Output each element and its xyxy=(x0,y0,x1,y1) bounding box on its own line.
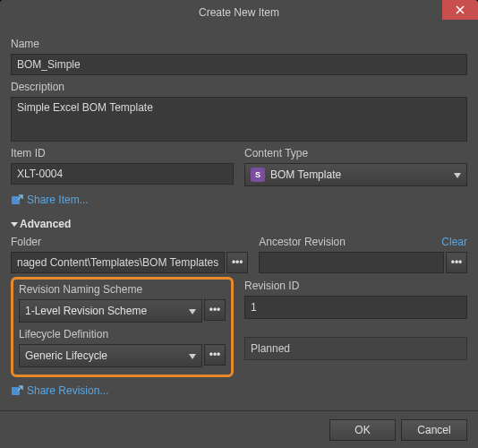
ok-button[interactable]: OK xyxy=(329,419,396,441)
dialog: Create New Item Name Description Simple … xyxy=(0,0,478,448)
item-id-label: Item ID xyxy=(11,147,234,159)
chevron-down-icon xyxy=(189,305,196,317)
dialog-title: Create New Item xyxy=(199,6,279,19)
svg-rect-1 xyxy=(12,387,20,395)
share-item-label: Share Item... xyxy=(27,194,89,206)
button-bar: OK Cancel xyxy=(0,410,478,448)
share-item-link[interactable]: Share Item... xyxy=(11,194,89,206)
chevron-down-icon xyxy=(454,168,461,181)
rev-scheme-browse-button[interactable]: ••• xyxy=(204,299,226,321)
description-input[interactable]: Simple Excel BOM Template xyxy=(11,97,467,142)
content-type-dropdown[interactable]: S BOM Template xyxy=(244,163,467,186)
close-icon xyxy=(456,5,465,14)
svg-rect-0 xyxy=(12,196,20,204)
bom-template-icon: S xyxy=(251,168,265,182)
state-display: Planned xyxy=(244,337,467,360)
name-label: Name xyxy=(11,38,467,50)
rev-scheme-value: 1-Level Revision Scheme xyxy=(25,305,147,317)
folder-label: Folder xyxy=(11,236,248,248)
rev-id-label: Revision ID xyxy=(244,280,467,292)
share-icon xyxy=(11,194,23,206)
lifecycle-browse-button[interactable]: ••• xyxy=(204,344,226,366)
lifecycle-label: Lifecycle Definition xyxy=(19,328,226,340)
ancestor-browse-button[interactable]: ••• xyxy=(446,252,467,273)
cancel-button[interactable]: Cancel xyxy=(401,419,467,441)
highlighted-section: Revision Naming Scheme 1-Level Revision … xyxy=(11,277,234,377)
rev-id-input[interactable] xyxy=(244,296,467,319)
ancestor-input[interactable] xyxy=(259,252,444,273)
name-input[interactable] xyxy=(11,54,467,75)
expand-icon xyxy=(11,220,18,228)
titlebar: Create New Item xyxy=(0,0,478,25)
share-icon xyxy=(11,384,23,397)
item-id-input[interactable] xyxy=(11,163,234,185)
description-label: Description xyxy=(11,81,467,93)
advanced-label: Advanced xyxy=(20,218,71,230)
chevron-down-icon xyxy=(189,349,196,362)
rev-scheme-label: Revision Naming Scheme xyxy=(19,283,226,296)
content-type-label: Content Type xyxy=(244,147,467,159)
advanced-toggle[interactable]: Advanced xyxy=(11,218,467,230)
rev-scheme-dropdown[interactable]: 1-Level Revision Scheme xyxy=(19,299,202,323)
ancestor-clear-link[interactable]: Clear xyxy=(441,236,467,248)
ancestor-label: Ancestor Revision Clear xyxy=(259,236,467,248)
lifecycle-value: Generic Lifecycle xyxy=(25,349,107,362)
lifecycle-dropdown[interactable]: Generic Lifecycle xyxy=(19,344,202,367)
content-area: Name Description Simple Excel BOM Templa… xyxy=(0,25,478,410)
share-revision-link[interactable]: Share Revision... xyxy=(11,384,108,397)
folder-browse-button[interactable]: ••• xyxy=(226,252,248,273)
share-revision-label: Share Revision... xyxy=(27,384,108,397)
content-type-value: BOM Template xyxy=(270,168,341,181)
folder-input[interactable]: naged Content\Templates\BOM Templates xyxy=(11,252,225,273)
close-button[interactable] xyxy=(442,0,478,20)
